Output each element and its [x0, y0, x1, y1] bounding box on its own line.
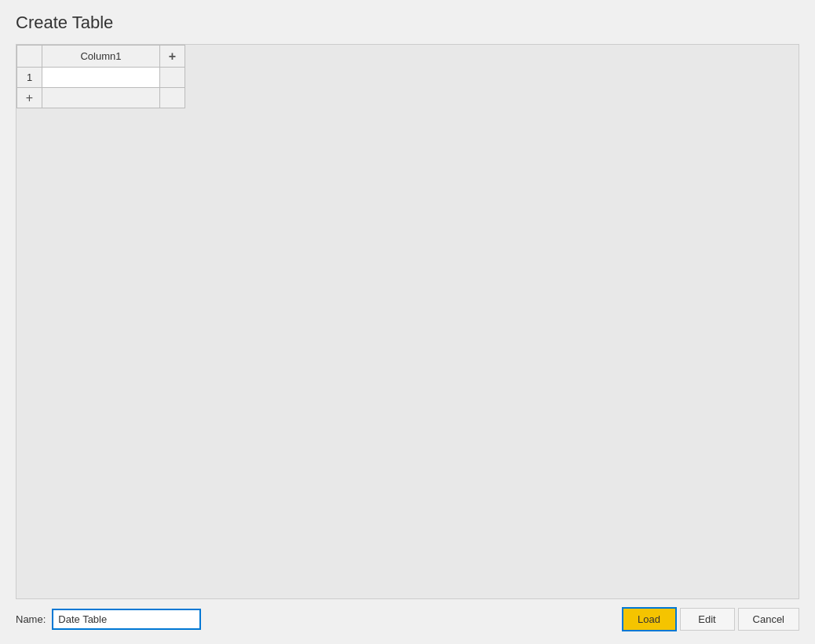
corner-cell — [17, 46, 42, 68]
add-row-corner — [160, 88, 185, 108]
load-button[interactable]: Load — [622, 607, 677, 631]
page-title: Create Table — [16, 13, 799, 33]
row-add-cell-1 — [160, 68, 185, 88]
bottom-bar: Name: Load Edit Cancel — [16, 607, 799, 631]
table-name-input[interactable] — [52, 609, 201, 630]
row-number-1: 1 — [17, 68, 42, 88]
action-buttons: Load Edit Cancel — [622, 607, 799, 631]
cell-1-1[interactable] — [42, 68, 160, 88]
add-column-button[interactable]: + — [160, 46, 185, 68]
cancel-button[interactable]: Cancel — [738, 608, 799, 631]
add-row-cell — [42, 88, 160, 108]
data-table: Column1 + 1 + — [16, 45, 185, 108]
name-label: Name: — [16, 613, 46, 625]
table-row: 1 — [17, 68, 185, 88]
add-row-row: + — [17, 88, 185, 108]
add-row-button[interactable]: + — [17, 88, 42, 108]
edit-button[interactable]: Edit — [680, 608, 735, 631]
column-header-col1[interactable]: Column1 — [42, 46, 160, 68]
table-editor-area: Column1 + 1 + — [16, 44, 799, 599]
